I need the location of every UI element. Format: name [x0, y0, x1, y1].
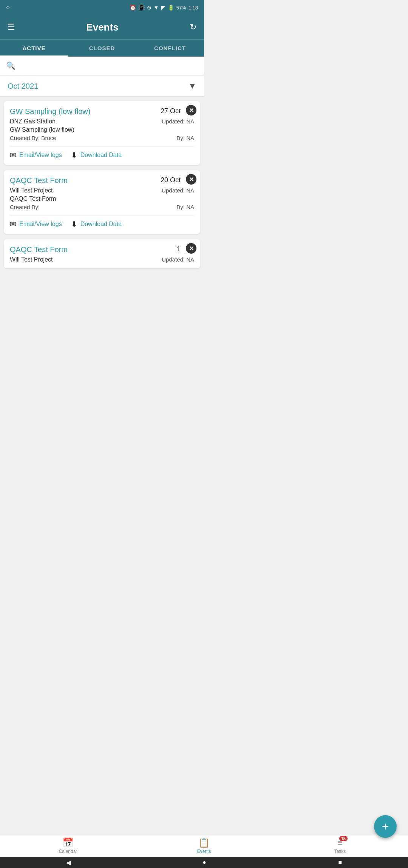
- events-list: ✕ GW Sampling (low flow) 27 Oct DNZ Gas …: [0, 97, 204, 273]
- card-3-row-1: Will Test Project Updated: NA: [10, 256, 194, 263]
- email-icon-2: ✉: [10, 220, 16, 229]
- card-3-title[interactable]: QAQC Test Form: [10, 245, 173, 254]
- card-1-actions: ✉ Email/View logs ⬇ Download Data: [10, 146, 194, 160]
- time: 1:18: [189, 5, 198, 11]
- close-card-3-button[interactable]: ✕: [186, 243, 196, 254]
- signal-icon: ◤: [161, 5, 165, 11]
- card-1-header: GW Sampling (low flow) 27 Oct: [10, 107, 181, 116]
- event-card-1: ✕ GW Sampling (low flow) 27 Oct DNZ Gas …: [4, 101, 200, 165]
- card-1-by: By: NA: [176, 135, 194, 141]
- status-circle-icon: ○: [6, 4, 10, 11]
- card-1-created-row: Created By: Bruce By: NA: [10, 135, 194, 141]
- search-icon: 🔍: [6, 61, 15, 70]
- status-bar: ○ ⏰ 📳 ⊖ ▼ ◤ 🔋 57% 1:18: [0, 0, 204, 15]
- tabs-bar: ACTIVE CLOSED CONFLICT: [0, 39, 204, 57]
- chevron-down-icon[interactable]: ▼: [188, 81, 196, 91]
- search-bar: 🔍: [0, 57, 204, 75]
- close-card-2-button[interactable]: ✕: [186, 174, 196, 185]
- dnd-icon: ⊖: [147, 5, 151, 11]
- card-2-created-row: Created By: By: NA: [10, 204, 194, 210]
- battery-percent: 57%: [176, 5, 186, 11]
- card-1-location: DNZ Gas Station: [10, 118, 56, 125]
- vibrate-icon: 📳: [138, 5, 145, 11]
- download-icon-2: ⬇: [71, 220, 77, 229]
- card-3-updated: Updated: NA: [162, 256, 194, 263]
- month-label: Oct 2021: [8, 82, 38, 91]
- tab-active[interactable]: ACTIVE: [0, 40, 68, 57]
- card-2-header: QAQC Test Form 20 Oct: [10, 176, 181, 185]
- card-1-row-1: DNZ Gas Station Updated: NA: [10, 118, 194, 125]
- card-1-date: 27 Oct: [161, 107, 181, 115]
- refresh-icon[interactable]: ↻: [190, 22, 196, 32]
- card-2-actions: ✉ Email/View logs ⬇ Download Data: [10, 215, 194, 229]
- card-2-updated: Updated: NA: [162, 187, 194, 194]
- status-icons: ⏰ 📳 ⊖ ▼ ◤ 🔋 57% 1:18: [130, 5, 198, 11]
- card-2-location: Will Test Project: [10, 187, 53, 194]
- download-data-button-1[interactable]: ⬇ Download Data: [71, 151, 122, 160]
- app-title: Events: [86, 22, 118, 33]
- card-2-title[interactable]: QAQC Test Form: [10, 176, 157, 185]
- card-2-created-by: Created By:: [10, 204, 40, 210]
- download-data-button-2[interactable]: ⬇ Download Data: [71, 220, 122, 229]
- card-1-updated: Updated: NA: [162, 118, 194, 125]
- email-logs-button-2[interactable]: ✉ Email/View logs: [10, 220, 62, 229]
- month-filter[interactable]: Oct 2021 ▼: [0, 76, 204, 97]
- email-logs-button-1[interactable]: ✉ Email/View logs: [10, 151, 62, 160]
- card-1-form-name: GW Sampling (low flow): [10, 126, 194, 133]
- app-bar: ☰ Events ↻: [0, 15, 204, 39]
- wifi-icon: ▼: [154, 5, 159, 11]
- card-2-row-1: Will Test Project Updated: NA: [10, 187, 194, 194]
- menu-icon[interactable]: ☰: [8, 22, 15, 32]
- card-2-by: By: NA: [176, 204, 194, 210]
- tab-closed[interactable]: CLOSED: [68, 40, 136, 57]
- event-card-3: ✕ QAQC Test Form 1 Will Test Project Upd…: [4, 239, 200, 268]
- card-3-location: Will Test Project: [10, 256, 53, 263]
- card-1-title[interactable]: GW Sampling (low flow): [10, 107, 157, 116]
- close-card-1-button[interactable]: ✕: [186, 105, 196, 115]
- search-input[interactable]: [19, 62, 198, 69]
- email-icon-1: ✉: [10, 151, 16, 160]
- tab-conflict[interactable]: CONFLICT: [136, 40, 204, 57]
- event-card-2: ✕ QAQC Test Form 20 Oct Will Test Projec…: [4, 170, 200, 234]
- card-2-date: 20 Oct: [161, 176, 181, 184]
- alarm-icon: ⏰: [130, 5, 136, 11]
- download-icon-1: ⬇: [71, 151, 77, 160]
- card-3-header: QAQC Test Form 1: [10, 245, 181, 254]
- battery-icon: 🔋: [168, 5, 174, 11]
- card-3-date: 1: [177, 245, 181, 253]
- card-2-form-name: QAQC Test Form: [10, 195, 194, 202]
- card-1-created-by: Created By: Bruce: [10, 135, 56, 141]
